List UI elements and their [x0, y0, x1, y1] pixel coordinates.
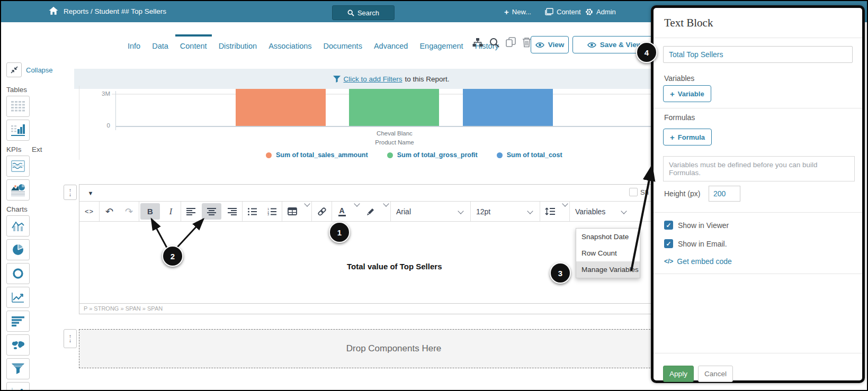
plus-icon: + [504, 7, 509, 16]
pie-chart-icon[interactable] [6, 239, 30, 260]
search-button[interactable]: Search [332, 5, 395, 20]
height-input[interactable] [709, 186, 740, 202]
view-button[interactable]: View [531, 36, 569, 53]
menu-item-row-count[interactable]: Row Count [576, 245, 640, 261]
bullet-list-icon[interactable] [243, 202, 262, 221]
tab-data[interactable]: Data [146, 34, 174, 56]
drop-components-zone[interactable]: Drop Components Here [79, 329, 709, 368]
horizontal-bar-chart-icon[interactable] [6, 311, 30, 332]
tab-content[interactable]: Content [174, 34, 213, 56]
add-variable-button[interactable]: + Variable [663, 85, 711, 102]
code-view-icon[interactable]: <> [79, 202, 99, 221]
content-nav-button[interactable]: Content [545, 1, 581, 22]
cancel-button[interactable]: Cancel [698, 366, 733, 382]
highlight-color-icon[interactable] [361, 202, 381, 221]
numbered-list-icon[interactable]: 123 [262, 202, 282, 221]
add-filters-link[interactable]: Click to add Filters [343, 75, 402, 83]
tab-documents[interactable]: Documents [318, 34, 368, 56]
new-button[interactable]: + New... [504, 1, 531, 22]
filter-banner: Click to add Filters to this Report. [74, 69, 709, 89]
save-and-view-label: Save & View [600, 41, 642, 49]
table-plain-icon[interactable] [6, 96, 30, 117]
align-right-icon[interactable] [222, 202, 242, 221]
annotation-step-2: 2 [162, 245, 183, 267]
tab-associations[interactable]: Associations [263, 34, 317, 56]
bold-icon[interactable]: B [140, 203, 160, 220]
trash-icon[interactable] [522, 37, 531, 48]
checkbox-unchecked[interactable] [629, 188, 638, 196]
tab-advanced[interactable]: Advanced [368, 34, 414, 56]
legend-label: Sum of total_cost [507, 151, 562, 159]
donut-chart-icon[interactable] [6, 263, 30, 284]
font-size-select[interactable]: 12pt [471, 202, 540, 221]
checkbox-checked-icon[interactable]: ✓ [664, 221, 673, 230]
show-in-viewer-row[interactable]: ✓ Show in Viewer [664, 221, 729, 230]
legend-item[interactable]: Sum of total_sales_ammount [266, 151, 368, 159]
table-summary-icon[interactable] [6, 120, 30, 141]
ext-visuals-icon[interactable] [6, 179, 30, 201]
height-label: Height (px) [664, 189, 700, 198]
align-center-icon[interactable] [202, 203, 221, 220]
editor-text[interactable]: Total value of Top Sellers [347, 262, 442, 271]
eye-icon [587, 42, 596, 48]
link-icon[interactable] [312, 202, 332, 221]
align-left-icon[interactable] [181, 202, 201, 221]
magnifier-icon[interactable] [489, 38, 499, 48]
resize-handle[interactable]: ↑↓ [64, 329, 77, 348]
bar-total-sales-amount[interactable] [236, 89, 326, 126]
show-option-label: Sh [640, 188, 649, 196]
show-option-clipped[interactable]: Sh [629, 188, 651, 196]
chevron-down-icon[interactable] [354, 201, 360, 206]
funnel-icon [333, 76, 341, 83]
font-color-icon[interactable]: A [332, 202, 352, 221]
add-formula-button[interactable]: + Formula [663, 129, 712, 146]
kpi-icon[interactable] [6, 156, 30, 177]
funnel-chart-icon[interactable] [6, 358, 30, 379]
legend-item[interactable]: Sum of total_cost [497, 151, 562, 159]
menu-item-snapshot-date[interactable]: Snapshot Date [576, 229, 640, 245]
checkbox-checked-icon[interactable]: ✓ [664, 239, 673, 248]
collapse-label[interactable]: Collapse [26, 66, 53, 74]
chevron-down-icon[interactable] [562, 201, 568, 206]
legend-item[interactable]: Sum of total_gross_profit [387, 151, 478, 159]
line-height-icon[interactable] [540, 202, 560, 221]
chevron-down-icon[interactable] [304, 201, 310, 206]
italic-icon[interactable]: I [161, 202, 181, 221]
tab-distribution[interactable]: Distribution [213, 34, 263, 56]
block-name-input[interactable] [663, 46, 853, 63]
home-icon[interactable] [49, 6, 58, 15]
get-embed-code-link[interactable]: </> Get embed code [664, 257, 732, 266]
tab-engagement[interactable]: Engagement [414, 34, 469, 56]
app-window: Reports / Student ## Top Sellers Search … [0, 0, 868, 391]
component-menu-button[interactable]: ▼ [82, 186, 99, 199]
show-in-email-row[interactable]: ✓ Show in Email. [664, 239, 727, 248]
bar-total-cost[interactable] [463, 89, 553, 126]
chevron-down-icon[interactable] [383, 201, 389, 206]
admin-button[interactable]: Admin [585, 1, 616, 22]
plus-icon: + [670, 89, 675, 98]
variables-menu-label: Variables [575, 207, 605, 216]
redo-icon[interactable]: ↷ [119, 202, 139, 221]
kpis-section-label: KPIs [6, 146, 32, 153]
table-icon[interactable] [282, 202, 302, 221]
menu-item-manage-variables[interactable]: Manage Variables [576, 261, 640, 278]
panel-footer-divider [654, 353, 862, 353]
copy-icon[interactable] [506, 37, 516, 48]
apply-button[interactable]: Apply [663, 366, 694, 382]
sitemap-icon[interactable] [472, 38, 483, 48]
scatter-chart-icon[interactable] [6, 382, 30, 391]
y-axis-line [115, 91, 116, 130]
breadcrumb[interactable]: Reports / Student ## Top Sellers [64, 1, 166, 22]
font-family-select[interactable]: Arial [391, 202, 470, 221]
undo-icon[interactable]: ↶ [100, 202, 119, 221]
admin-label: Admin [596, 8, 616, 16]
tab-info[interactable]: Info [122, 34, 146, 56]
resize-handle[interactable]: ↑↓ [64, 185, 77, 200]
variables-menu-button[interactable]: Variables [570, 202, 633, 221]
line-chart-icon[interactable] [6, 287, 30, 308]
bar-area-chart-icon[interactable] [6, 215, 30, 237]
map-chart-icon[interactable] [6, 334, 30, 356]
panel-divider [654, 212, 862, 213]
collapse-button[interactable] [6, 62, 22, 77]
bar-total-gross-profit[interactable] [349, 89, 439, 126]
